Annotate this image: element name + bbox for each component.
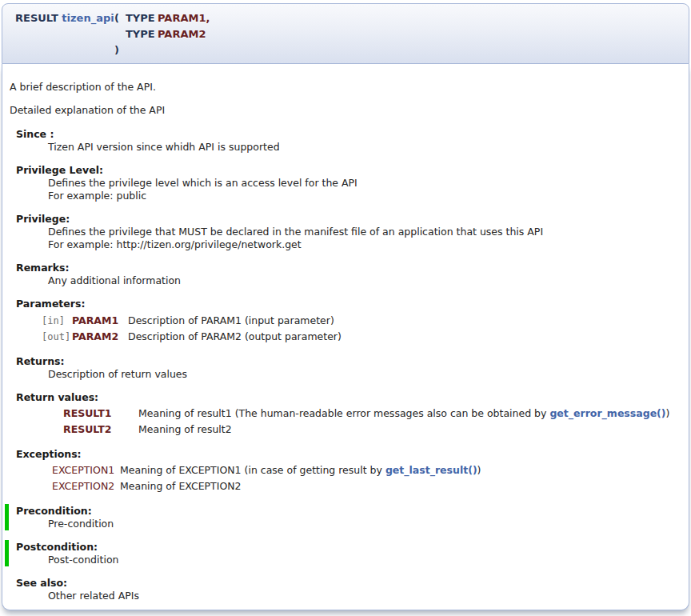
table-row: RESULT1 Meaning of result1 (The human-re… [63,406,669,422]
exception2-name: EXCEPTION2 [52,478,120,494]
table-row: [out] PARAM2 Description of PARAM2 (outp… [42,329,342,345]
param1-direction: [in] [42,313,72,329]
privilege-level-text: Defines the privilege level which is an … [48,177,681,190]
open-paren: ( [114,10,126,26]
param1-type: TYPE [126,10,158,26]
param1-description: Description of PARAM1 (input parameter) [128,313,342,329]
parameters-title: Parameters: [16,297,681,310]
param1-name: PARAM1, [158,10,210,26]
table-row: EXCEPTION1 Meaning of EXCEPTION1 (in cas… [52,462,481,478]
return-values-title: Return values: [16,390,681,404]
privilege-level-title: Privilege Level: [16,163,681,177]
table-row: RESULT2 Meaning of result2 [63,422,669,438]
brief-description: A brief description of the API. [10,81,681,94]
close-paren: ) [114,42,126,58]
remarks-text: Any additional information [48,274,681,287]
section-privilege-level: Privilege Level: Defines the privilege l… [16,163,681,202]
privilege-level-example: For example: public [48,190,681,202]
result1-description: Meaning of result1 (The human-readable e… [138,406,669,422]
section-parameters: Parameters: [in] PARAM1 Description of P… [16,297,681,345]
tizen-api-link[interactable]: tizen_api [62,12,114,24]
section-since: Since : Tizen API version since whidh AP… [16,127,681,154]
since-text: Tizen API version since whidh API is sup… [48,141,681,154]
remarks-title: Remarks: [16,261,681,274]
section-return-values: Return values: RESULT1 Meaning of result… [16,390,681,438]
precondition-title: Precondition: [16,504,681,518]
doc-body: A brief description of the API. Detailed… [2,64,689,610]
prototype-table: RESULT tizen_api ( TYPE PARAM1, TYPE PAR… [15,10,210,58]
section-privilege: Privilege: Defines the privilege that MU… [16,212,681,251]
parameters-table: [in] PARAM1 Description of PARAM1 (input… [42,313,342,345]
postcondition-text: Post-condition [48,554,681,566]
section-remarks: Remarks: Any additional information [16,261,681,287]
exceptions-table: EXCEPTION1 Meaning of EXCEPTION1 (in cas… [52,462,481,494]
return-type: RESULT [15,12,58,24]
postcondition-title: Postcondition: [16,540,681,554]
result2-description: Meaning of result2 [138,422,669,438]
section-precondition: Precondition: Pre-condition [5,504,681,530]
param2-type: TYPE [126,26,158,42]
exception2-description: Meaning of EXCEPTION2 [120,478,481,494]
section-see-also: See also: Other related APIs [16,576,681,602]
since-title: Since : [16,127,681,141]
section-exceptions: Exceptions: EXCEPTION1 Meaning of EXCEPT… [16,447,681,494]
privilege-title: Privilege: [16,212,681,226]
get-error-message-link[interactable]: get_error_message() [549,407,665,419]
param1-name: PARAM1 [72,313,128,329]
function-prototype: RESULT tizen_api ( TYPE PARAM1, TYPE PAR… [2,3,689,64]
param2-direction: [out] [42,329,72,345]
exception1-description: Meaning of EXCEPTION1 (in case of gettin… [120,462,481,478]
table-row: [in] PARAM1 Description of PARAM1 (input… [42,313,342,329]
detailed-description: Detailed explanation of the API [10,104,681,117]
returns-title: Returns: [16,354,681,368]
return-values-table: RESULT1 Meaning of result1 (The human-re… [63,406,669,438]
exceptions-title: Exceptions: [16,447,681,461]
get-last-result-link[interactable]: get_last_result() [385,464,477,476]
privilege-text: Defines the privilege that MUST be decla… [48,226,681,238]
api-doc-item: RESULT tizen_api ( TYPE PARAM1, TYPE PAR… [2,3,689,610]
param2-name: PARAM2 [72,329,128,345]
see-also-text: Other related APIs [48,590,681,602]
section-postcondition: Postcondition: Post-condition [5,540,681,566]
result2-name: RESULT2 [63,422,138,438]
result1-name: RESULT1 [63,406,138,422]
param2-description: Description of PARAM2 (output parameter) [128,329,342,345]
section-returns: Returns: Description of return values [16,354,681,381]
precondition-text: Pre-condition [48,518,681,530]
returns-text: Description of return values [48,368,681,381]
table-row: EXCEPTION2 Meaning of EXCEPTION2 [52,478,481,494]
exception1-name: EXCEPTION1 [52,462,120,478]
param2-name: PARAM2 [158,26,210,42]
see-also-title: See also: [16,576,681,590]
privilege-example: For example: http://tizen.org/privilege/… [48,238,681,251]
